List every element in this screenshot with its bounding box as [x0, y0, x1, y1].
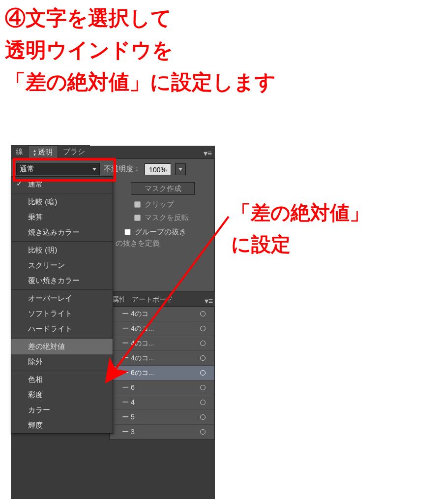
layer-row[interactable]: ー 4のコ...: [110, 321, 214, 336]
blend-menu-normal[interactable]: 通常: [11, 177, 113, 192]
menu-separator: [11, 371, 113, 371]
layer-name: ー 4のコ...: [110, 324, 200, 333]
menu-separator: [11, 338, 113, 338]
blend-menu-difference[interactable]: 差の絶対値: [11, 339, 113, 354]
layer-row[interactable]: ー 4のコ: [110, 307, 214, 321]
instruction-text: ④文字を選択して 透明ウインドウを 「差の絶対値」に設定します: [5, 2, 276, 98]
tab-stroke[interactable]: 線: [11, 145, 28, 159]
tab-brush[interactable]: ブラシ: [58, 145, 90, 159]
layer-name: ー 4のコ: [110, 310, 200, 318]
layer-name: ー 4: [110, 398, 200, 407]
clip-label: クリップ: [145, 200, 174, 209]
instruction-line-2: 透明ウインドウを: [5, 34, 276, 66]
blend-menu-saturation[interactable]: 彩度: [11, 387, 113, 403]
blend-menu-color-burn[interactable]: 焼き込みカラー: [11, 225, 113, 240]
target-circle-icon[interactable]: [200, 341, 206, 346]
menu-separator: [11, 193, 113, 193]
target-circle-icon[interactable]: [200, 370, 206, 376]
layer-name: ー 3: [110, 428, 200, 437]
panel-menu-icon[interactable]: ▾≡: [204, 149, 212, 158]
annotation-right-line2: に設定: [231, 228, 369, 260]
target-circle-icon[interactable]: [200, 414, 206, 420]
group-knockout-label: グループの抜き: [135, 227, 186, 237]
blend-menu-color-dodge[interactable]: 覆い焼きカラー: [11, 273, 113, 288]
blend-mode-menu: 通常 比較 (暗) 乗算 焼き込みカラー 比較 (明) スクリーン 覆い焼きカラ…: [11, 176, 113, 434]
target-circle-icon[interactable]: [200, 326, 206, 331]
tab-transparency-label: 透明: [38, 148, 53, 157]
lower-panel-menu-icon[interactable]: ▾≡: [205, 296, 213, 306]
layer-row[interactable]: ー 4のコ...: [110, 336, 214, 351]
blend-menu-lighten[interactable]: 比較 (明): [11, 243, 113, 258]
sort-arrows-icon: ▴▾: [33, 149, 36, 157]
panel-container: 線 ▴▾ 透明 ブラシ ▾≡ 通常 不透明度： 100% マスク作成 クリップ …: [11, 146, 215, 499]
tab-transparency[interactable]: ▴▾ 透明: [28, 145, 58, 159]
blend-mode-dropdown[interactable]: 通常: [16, 163, 100, 175]
chevron-down-icon: [178, 168, 182, 171]
layer-row[interactable]: ー 3: [110, 425, 214, 440]
blend-menu-exclusion[interactable]: 除外: [11, 354, 113, 370]
opacity-stepper[interactable]: [175, 163, 186, 175]
blend-menu-darken[interactable]: 比較 (暗): [11, 194, 113, 210]
layer-row[interactable]: ー 5: [110, 410, 214, 425]
blend-menu-hue[interactable]: 色相: [11, 372, 113, 387]
blend-menu-overlay[interactable]: オーバーレイ: [11, 291, 113, 306]
blend-menu-luminosity[interactable]: 輝度: [11, 418, 113, 433]
blend-mode-value: 通常: [20, 164, 34, 174]
layer-row[interactable]: ー 6: [110, 380, 214, 395]
make-mask-button[interactable]: マスク作成: [131, 182, 195, 195]
layer-name: ー 5: [110, 413, 200, 422]
target-circle-icon[interactable]: [200, 355, 206, 361]
layer-row[interactable]: ー 4のコ...: [110, 351, 214, 366]
instruction-line-1: ④文字を選択して: [5, 2, 276, 34]
group-knockout-checkbox[interactable]: [124, 229, 131, 235]
instruction-line-3: 「差の絶対値」に設定します: [5, 66, 276, 98]
target-circle-icon[interactable]: [200, 311, 206, 316]
annotation-right-line1: 「差の絶対値」: [231, 197, 369, 228]
opacity-label: 不透明度：: [104, 164, 141, 174]
layer-row[interactable]: ー 6のコ...: [110, 366, 214, 380]
layer-name: ー 6: [110, 383, 200, 392]
target-circle-icon[interactable]: [200, 429, 206, 435]
target-circle-icon[interactable]: [200, 400, 206, 405]
blend-menu-screen[interactable]: スクリーン: [11, 258, 113, 273]
tab-artboard[interactable]: アートボード: [129, 294, 176, 306]
blend-menu-color[interactable]: カラー: [11, 403, 113, 418]
blend-menu-multiply[interactable]: 乗算: [11, 210, 113, 225]
invert-mask-label: マスクを反転: [145, 213, 189, 222]
panel-tabs: 線 ▴▾ 透明 ブラシ ▾≡: [11, 146, 215, 158]
blend-menu-soft-light[interactable]: ソフトライト: [11, 306, 113, 321]
menu-separator: [11, 241, 113, 242]
define-knockout-label: の抜きを定義: [116, 239, 160, 248]
layer-name: ー 4のコ...: [110, 339, 200, 348]
layer-list: ー 4のコー 4のコ...ー 4のコ...ー 4のコ...ー 6のコ...ー 6…: [109, 306, 215, 440]
layer-row[interactable]: ー 4: [110, 395, 214, 410]
blend-menu-hard-light[interactable]: ハードライト: [11, 321, 113, 337]
menu-separator: [11, 289, 113, 290]
layer-name: ー 6のコ...: [110, 369, 200, 378]
dropdown-caret-icon: [92, 168, 96, 171]
opacity-input[interactable]: 100%: [145, 163, 171, 175]
annotation-right: 「差の絶対値」 に設定: [231, 197, 369, 260]
clip-checkbox[interactable]: [134, 201, 141, 208]
target-circle-icon[interactable]: [200, 385, 206, 390]
lower-panel-tabs: 属性 アートボード ▾≡: [109, 293, 215, 306]
invert-mask-checkbox[interactable]: [134, 215, 141, 221]
layer-name: ー 4のコ...: [110, 354, 200, 363]
